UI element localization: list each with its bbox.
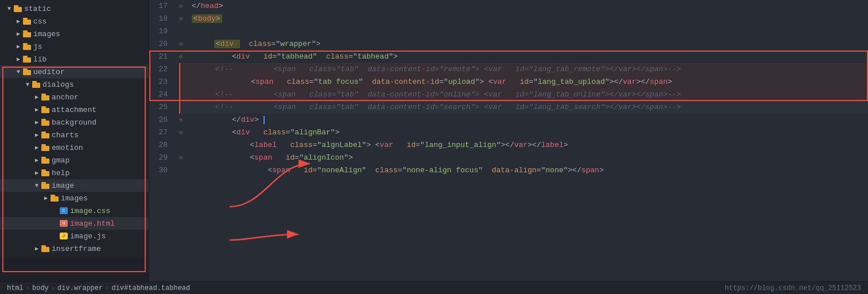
fold-21: ⊖: [179, 51, 187, 64]
label-charts: charts: [52, 131, 79, 140]
file-tree: ▼ static ▶ css ▶ images ▶: [0, 0, 149, 257]
fold-17: ⊖: [179, 1, 187, 13]
label-lib: lib: [33, 55, 46, 64]
js-file-icon: J: [60, 233, 68, 239]
folder-icon-insertframe: [41, 245, 49, 252]
tree-item-anchor[interactable]: ▶ anchor: [0, 91, 149, 103]
folder-icon-dialogs: [32, 81, 40, 88]
code-line-21: ⊖ <div id="tabhead" class="tabhead">: [179, 51, 868, 63]
fold-24: [180, 89, 188, 102]
breadcrumb-body: body: [32, 284, 49, 292]
arrow-images2: ▶: [41, 195, 51, 202]
tree-item-attachment[interactable]: ▶ attachment: [0, 103, 149, 116]
tree-item-image-js[interactable]: J image.js: [0, 230, 149, 242]
fold-18: ⊖: [179, 13, 187, 26]
svg-rect-11: [23, 68, 28, 70]
html-file-icon: H: [60, 220, 68, 227]
arrow-charts: ▶: [32, 131, 41, 138]
svg-rect-31: [51, 195, 55, 196]
svg-rect-28: [41, 184, 49, 189]
code-line-28: <label class="algnLabel"> <var id="lang_…: [179, 139, 868, 152]
arrow-emotion: ▶: [32, 144, 41, 151]
svg-rect-3: [23, 18, 28, 20]
tree-item-dialogs[interactable]: ▼ dialogs: [0, 78, 149, 91]
tree-item-image[interactable]: ▼ image: [0, 179, 149, 192]
tree-item-background[interactable]: ▶ background: [0, 116, 149, 129]
arrow-ueditor: ▼: [14, 69, 23, 75]
folder-icon-anchor: [41, 94, 49, 100]
fold-28: [179, 140, 187, 152]
arrow-lib: ▶: [14, 56, 23, 63]
code-line-18: ⊖ <body>: [179, 13, 868, 25]
folder-icon-emotion: [41, 144, 49, 151]
label-images: images: [33, 30, 60, 38]
label-emotion: emotion: [52, 144, 83, 152]
svg-rect-33: [41, 245, 46, 247]
fold-22: [180, 64, 188, 76]
fold-23: [180, 76, 188, 89]
arrow-static: ▼: [5, 6, 14, 12]
main-container: ▼ static ▶ css ▶ images ▶: [0, 0, 868, 281]
code-line-19: [179, 25, 868, 38]
svg-rect-5: [23, 30, 28, 32]
label-static: static: [24, 5, 51, 13]
tree-item-js[interactable]: ▶ js: [0, 40, 149, 53]
label-image: image: [52, 181, 74, 190]
svg-rect-2: [23, 20, 31, 25]
svg-rect-23: [41, 144, 46, 146]
tree-item-lib[interactable]: ▶ lib: [0, 53, 149, 65]
arrow-background: ▶: [32, 119, 41, 126]
svg-rect-30: [51, 196, 59, 202]
editor: 17 18 19 20 21 22 23 24 25 26 27 28 29 3…: [149, 0, 868, 281]
code-line-23: <span class="tab focus" data-content-id=…: [179, 76, 868, 88]
tree-item-insertframe[interactable]: ▶ insertframe: [0, 242, 149, 255]
svg-rect-29: [41, 182, 46, 184]
tree-item-gmap[interactable]: ▶ gmap: [0, 154, 149, 167]
fold-27: ⊖: [179, 127, 187, 140]
svg-rect-21: [41, 131, 46, 133]
label-css: css: [33, 17, 46, 26]
tree-item-images[interactable]: ▶ images: [0, 28, 149, 40]
breadcrumb: html › body › div.wrapper › div#tabhead.…: [7, 284, 190, 292]
tree-item-ueditor[interactable]: ▼ ueditor: [0, 65, 149, 78]
folder-icon-css: [23, 18, 31, 25]
svg-rect-10: [23, 70, 31, 75]
breadcrumb-sep-1: ›: [26, 284, 30, 292]
folder-icon-ueditor: [23, 68, 31, 75]
arrow-help: ▶: [32, 169, 41, 176]
svg-rect-24: [41, 158, 49, 164]
label-ueditor: ueditor: [33, 68, 65, 76]
tree-item-image-html[interactable]: H image.html: [0, 217, 149, 230]
status-url: https://blog.csdn.net/qq_25112523: [724, 284, 861, 292]
label-image-js: image.js: [70, 232, 106, 241]
arrow-insertframe: ▶: [32, 245, 41, 252]
label-attachment: attachment: [52, 106, 96, 114]
tree-item-help[interactable]: ▶ help: [0, 167, 149, 179]
label-dialogs: dialogs: [42, 80, 74, 89]
svg-rect-8: [23, 57, 31, 63]
arrow-anchor: ▶: [32, 94, 41, 100]
arrow-dialogs: ▼: [23, 82, 32, 88]
svg-rect-26: [41, 171, 49, 176]
folder-icon-help: [41, 169, 49, 176]
label-background: background: [52, 118, 96, 127]
svg-rect-1: [14, 5, 18, 7]
folder-icon-js: [23, 43, 31, 50]
editor-content: 17 18 19 20 21 22 23 24 25 26 27 28 29 3…: [149, 0, 868, 281]
tree-item-image-css[interactable]: C image.css: [0, 204, 149, 217]
tree-item-emotion[interactable]: ▶ emotion: [0, 141, 149, 154]
svg-rect-12: [32, 83, 40, 88]
tree-item-images2[interactable]: ▶ images: [0, 192, 149, 204]
svg-rect-20: [41, 133, 49, 138]
svg-rect-17: [41, 106, 46, 108]
div-wrapper-tag: <div: [214, 40, 240, 48]
folder-icon-background: [41, 119, 49, 126]
breadcrumb-div-tabhead: div#tabhead.tabhead: [111, 284, 190, 292]
code-line-29: ⊖ <span id="alignIcon">: [179, 152, 868, 164]
arrow-attachment: ▶: [32, 106, 41, 113]
body-tag: <body>: [192, 14, 222, 23]
tree-item-charts[interactable]: ▶ charts: [0, 129, 149, 141]
folder-icon-charts: [41, 131, 49, 138]
tree-item-static[interactable]: ▼ static: [0, 2, 149, 15]
tree-item-css[interactable]: ▶ css: [0, 15, 149, 28]
